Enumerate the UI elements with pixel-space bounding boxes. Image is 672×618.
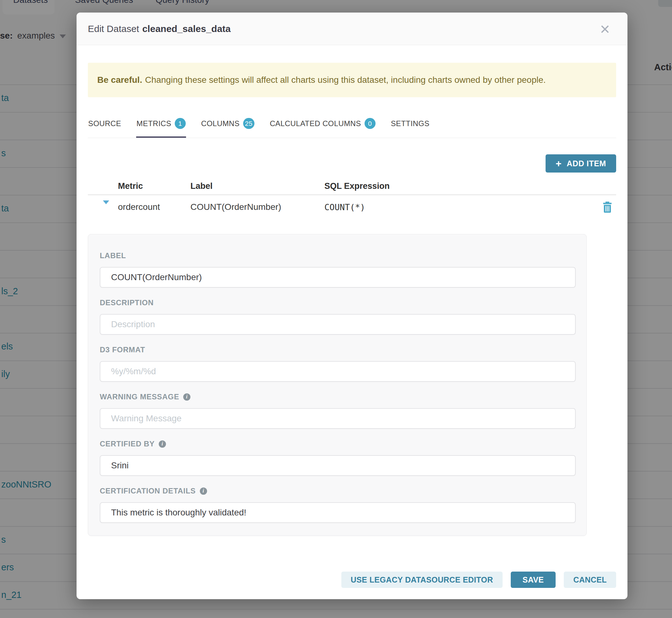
- modal-title-prefix: Edit Dataset: [88, 23, 139, 34]
- info-icon: i: [159, 440, 166, 448]
- modal-title: Edit Datasetcleaned_sales_data: [88, 23, 230, 34]
- modal-body: Be careful. Changing these settings will…: [77, 45, 628, 572]
- trash-icon: [602, 201, 612, 213]
- save-button[interactable]: SAVE: [511, 572, 556, 588]
- certification-details-caption-text: CERTIFICATION DETAILS: [100, 487, 196, 495]
- field-certification-details: CERTIFICATION DETAILS i: [100, 487, 576, 523]
- d3-format-input[interactable]: [100, 361, 576, 382]
- warning-banner-text: Changing these settings will affect all …: [145, 75, 546, 85]
- certification-details-field-caption: CERTIFICATION DETAILS i: [100, 487, 576, 495]
- info-icon: i: [183, 393, 190, 401]
- field-description: DESCRIPTION: [100, 298, 576, 335]
- certified-by-input[interactable]: [100, 455, 576, 476]
- table-row: ordercount COUNT(OrderNumber) COUNT(*): [88, 195, 616, 219]
- field-d3-format: D3 FORMAT: [100, 345, 576, 382]
- metrics-table-header: Metric Label SQL Expression: [88, 178, 616, 195]
- metrics-table: Metric Label SQL Expression ordercount C…: [88, 178, 616, 219]
- d3-format-field-caption: D3 FORMAT: [100, 345, 576, 354]
- col-header-sql-expression: SQL Expression: [324, 181, 599, 191]
- tab-metrics-label: METRICS: [136, 119, 171, 128]
- label-input[interactable]: [100, 267, 576, 288]
- tab-calculated-columns-label: CALCULATED COLUMNS: [270, 119, 361, 128]
- metric-edit-panel: LABEL DESCRIPTION D3 FORMAT WARNING MESS…: [88, 234, 587, 536]
- certified-by-caption-text: CERTIFIED BY: [100, 439, 155, 448]
- use-legacy-datasource-editor-button[interactable]: USE LEGACY DATASOURCE EDITOR: [341, 572, 503, 588]
- modal-title-dataset-name: cleaned_sales_data: [142, 23, 230, 34]
- tab-metrics[interactable]: METRICS 1: [136, 116, 186, 138]
- calculated-columns-count-badge: 0: [365, 118, 376, 129]
- toolbar: + ADD ITEM: [88, 154, 616, 173]
- field-label: LABEL: [100, 251, 576, 288]
- field-warning-message: WARNING MESSAGE i: [100, 393, 576, 429]
- tab-source-label: SOURCE: [88, 119, 121, 128]
- metric-sql-cell: COUNT(*): [324, 202, 599, 212]
- description-field-caption: DESCRIPTION: [100, 298, 576, 307]
- modal-header: Edit Datasetcleaned_sales_data ×: [77, 13, 628, 45]
- tab-settings-label: SETTINGS: [391, 119, 429, 128]
- cancel-button[interactable]: CANCEL: [564, 572, 616, 588]
- edit-dataset-modal: Edit Datasetcleaned_sales_data × Be care…: [77, 13, 628, 599]
- tab-columns[interactable]: COLUMNS 25: [201, 116, 255, 138]
- field-certified-by: CERTIFIED BY i: [100, 439, 576, 476]
- label-field-caption: LABEL: [100, 251, 576, 260]
- tab-source[interactable]: SOURCE: [88, 116, 121, 138]
- close-icon[interactable]: ×: [600, 23, 610, 35]
- add-item-label: ADD ITEM: [567, 159, 606, 168]
- warning-message-field-caption: WARNING MESSAGE i: [100, 393, 576, 401]
- warning-banner-bold: Be careful.: [97, 75, 142, 85]
- columns-count-badge: 25: [243, 118, 255, 129]
- warning-message-caption-text: WARNING MESSAGE: [100, 393, 179, 401]
- plus-icon: +: [556, 159, 562, 169]
- tab-columns-label: COLUMNS: [201, 119, 240, 128]
- certified-by-field-caption: CERTIFIED BY i: [100, 439, 576, 448]
- delete-metric-button[interactable]: [599, 201, 616, 213]
- warning-banner: Be careful. Changing these settings will…: [88, 63, 616, 97]
- modal-footer: USE LEGACY DATASOURCE EDITOR SAVE CANCEL: [77, 572, 628, 599]
- info-icon: i: [200, 488, 207, 495]
- add-item-button[interactable]: + ADD ITEM: [546, 154, 616, 173]
- metrics-count-badge: 1: [175, 118, 186, 129]
- metric-label-cell: COUNT(OrderNumber): [190, 202, 324, 212]
- col-header-metric: Metric: [118, 181, 190, 191]
- warning-message-input[interactable]: [100, 408, 576, 429]
- description-input[interactable]: [100, 314, 576, 335]
- certification-details-input[interactable]: [100, 502, 576, 523]
- tab-calculated-columns[interactable]: CALCULATED COLUMNS 0: [270, 116, 376, 138]
- caret-down-icon: [103, 200, 109, 210]
- modal-tabs: SOURCE METRICS 1 COLUMNS 25 CALCULATED C…: [88, 116, 616, 138]
- col-header-label: Label: [190, 181, 324, 191]
- metric-name-cell: ordercount: [118, 202, 190, 212]
- expand-row-toggle[interactable]: [88, 204, 118, 210]
- tab-settings[interactable]: SETTINGS: [391, 116, 430, 138]
